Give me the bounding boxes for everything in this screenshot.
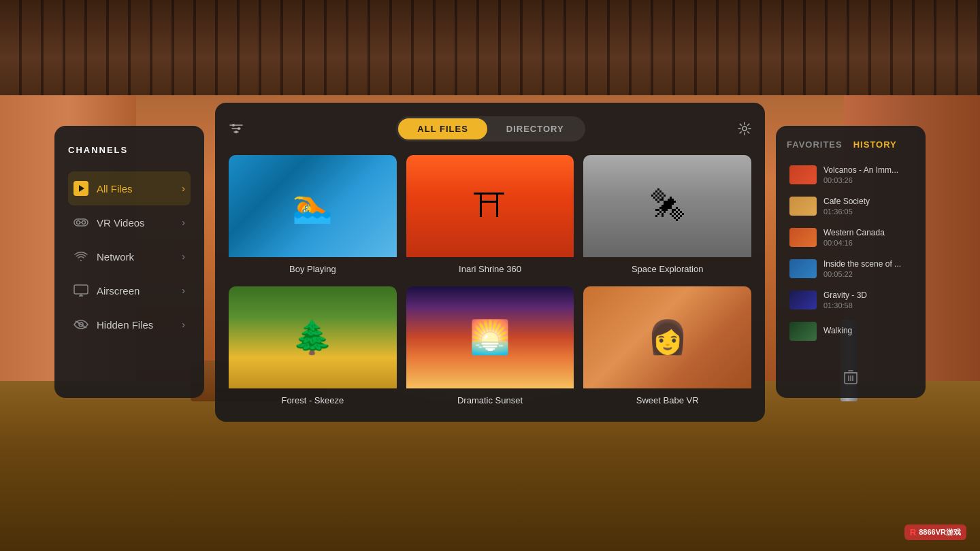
history-list: Volcanos - An Imm... 00:03:26 Cafe Socie… bbox=[787, 161, 915, 364]
channels-panel: CHANNELS All Files › VR Videos › bbox=[54, 126, 204, 398]
media-title: Space Exploration bbox=[583, 257, 751, 277]
media-thumb-boy bbox=[229, 155, 397, 257]
media-thumb-space bbox=[583, 155, 751, 257]
media-title: Dramatic Sunset bbox=[406, 388, 574, 408]
media-card-forest[interactable]: Forest - Skeeze bbox=[229, 286, 397, 408]
delete-button[interactable] bbox=[787, 364, 915, 384]
media-title: Boy Playing bbox=[229, 257, 397, 277]
sidebar-item-network[interactable]: Network › bbox=[68, 239, 191, 273]
history-title: Gravity - 3D bbox=[823, 290, 912, 300]
media-card-boy-playing[interactable]: Boy Playing bbox=[229, 155, 397, 277]
media-thumb-sunset bbox=[406, 286, 574, 388]
channels-title: CHANNELS bbox=[68, 145, 191, 155]
sidebar-item-vr-videos[interactable]: VR Videos › bbox=[68, 205, 191, 239]
sidebar-item-label: Network bbox=[97, 251, 174, 263]
chevron-right-icon: › bbox=[182, 319, 185, 330]
history-thumb bbox=[789, 322, 817, 341]
history-title: Western Canada bbox=[823, 228, 912, 237]
play-icon bbox=[74, 181, 88, 196]
history-item-walking[interactable]: Walking bbox=[787, 317, 915, 346]
media-card-inari-shrine[interactable]: Inari Shrine 360 bbox=[406, 155, 574, 277]
media-card-sweet-babe[interactable]: Sweet Babe VR bbox=[583, 286, 751, 408]
sidebar-item-hidden-files[interactable]: Hidden Files › bbox=[68, 307, 191, 341]
main-header: ALL FILES DIRECTORY bbox=[229, 116, 751, 141]
sidebar-item-label: VR Videos bbox=[97, 217, 174, 229]
history-thumb bbox=[789, 165, 817, 184]
watermark: R 8866VR游戏 bbox=[904, 524, 966, 540]
history-info: Volcanos - An Imm... 00:03:26 bbox=[823, 165, 912, 184]
monitor-icon bbox=[74, 283, 88, 298]
tab-history[interactable]: HISTORY bbox=[853, 139, 897, 150]
history-info: Western Canada 00:04:16 bbox=[823, 228, 912, 247]
settings-button[interactable] bbox=[738, 122, 751, 135]
tab-directory[interactable]: DIRECTORY bbox=[487, 118, 583, 139]
media-title: Inari Shrine 360 bbox=[406, 257, 574, 277]
media-card-space[interactable]: Space Exploration bbox=[583, 155, 751, 277]
history-duration: 00:04:16 bbox=[823, 239, 912, 247]
sidebar-item-label: Hidden Files bbox=[97, 319, 174, 331]
media-title: Forest - Skeeze bbox=[229, 388, 397, 408]
svg-point-1 bbox=[77, 221, 80, 224]
history-title: Cafe Society bbox=[823, 197, 912, 206]
vr-icon bbox=[74, 215, 88, 230]
history-duration: 00:05:22 bbox=[823, 270, 912, 278]
media-title: Sweet Babe VR bbox=[583, 388, 751, 408]
history-duration: 01:30:58 bbox=[823, 301, 912, 310]
filter-button[interactable] bbox=[229, 122, 244, 135]
svg-point-13 bbox=[238, 127, 240, 130]
right-tabs: FAVORITES HISTORY bbox=[787, 139, 915, 150]
hidden-icon bbox=[74, 317, 88, 332]
history-duration: 01:36:05 bbox=[823, 207, 912, 216]
history-item-cafe-society[interactable]: Cafe Society 01:36:05 bbox=[787, 192, 915, 220]
tab-group: ALL FILES DIRECTORY bbox=[396, 116, 585, 141]
history-info: Gravity - 3D 01:30:58 bbox=[823, 290, 912, 310]
history-title: Inside the scene of ... bbox=[823, 259, 912, 269]
history-info: Cafe Society 01:36:05 bbox=[823, 197, 912, 216]
history-thumb bbox=[789, 228, 817, 247]
sidebar-item-label: All Files bbox=[97, 183, 174, 195]
tab-favorites[interactable]: FAVORITES bbox=[787, 139, 843, 150]
wifi-icon bbox=[74, 249, 88, 264]
history-thumb bbox=[789, 197, 817, 216]
history-duration: 00:03:26 bbox=[823, 176, 912, 184]
chevron-right-icon: › bbox=[182, 217, 185, 228]
history-item-volcanos[interactable]: Volcanos - An Imm... 00:03:26 bbox=[787, 161, 915, 189]
media-thumb-shrine bbox=[406, 155, 574, 257]
chevron-right-icon: › bbox=[182, 251, 185, 262]
history-info: Inside the scene of ... 00:05:22 bbox=[823, 259, 912, 278]
history-title: Volcanos - An Imm... bbox=[823, 165, 912, 175]
history-title: Walking bbox=[823, 326, 912, 335]
ui-container: CHANNELS All Files › VR Videos › bbox=[0, 0, 980, 551]
media-grid: Boy Playing Inari Shrine 360 Space Explo… bbox=[229, 155, 751, 408]
sidebar-item-label: Airscreen bbox=[97, 285, 174, 297]
media-card-dramatic-sunset[interactable]: Dramatic Sunset bbox=[406, 286, 574, 408]
watermark-badge: R 8866VR游戏 bbox=[904, 524, 966, 540]
chevron-right-icon: › bbox=[182, 285, 185, 296]
watermark-text: 8866VR游戏 bbox=[919, 527, 961, 537]
svg-point-12 bbox=[232, 124, 235, 127]
chevron-right-icon: › bbox=[182, 183, 185, 194]
svg-point-2 bbox=[82, 221, 86, 224]
main-panel: ALL FILES DIRECTORY Boy Playing bbox=[215, 103, 765, 422]
right-panel: FAVORITES HISTORY Volcanos - An Imm... 0… bbox=[776, 126, 926, 398]
tab-all-files[interactable]: ALL FILES bbox=[398, 118, 487, 139]
history-item-western-canada[interactable]: Western Canada 00:04:16 bbox=[787, 223, 915, 252]
history-item-gravity[interactable]: Gravity - 3D 01:30:58 bbox=[787, 286, 915, 314]
history-info: Walking bbox=[823, 326, 912, 337]
svg-rect-4 bbox=[74, 285, 88, 294]
sidebar-item-all-files[interactable]: All Files › bbox=[68, 171, 191, 205]
media-thumb-vr bbox=[583, 286, 751, 388]
history-thumb bbox=[789, 259, 817, 278]
history-item-inside-scene[interactable]: Inside the scene of ... 00:05:22 bbox=[787, 254, 915, 283]
svg-point-15 bbox=[742, 127, 747, 131]
history-thumb bbox=[789, 290, 817, 310]
svg-point-14 bbox=[235, 131, 238, 133]
media-thumb-forest bbox=[229, 286, 397, 388]
sidebar-item-airscreen[interactable]: Airscreen › bbox=[68, 273, 191, 307]
